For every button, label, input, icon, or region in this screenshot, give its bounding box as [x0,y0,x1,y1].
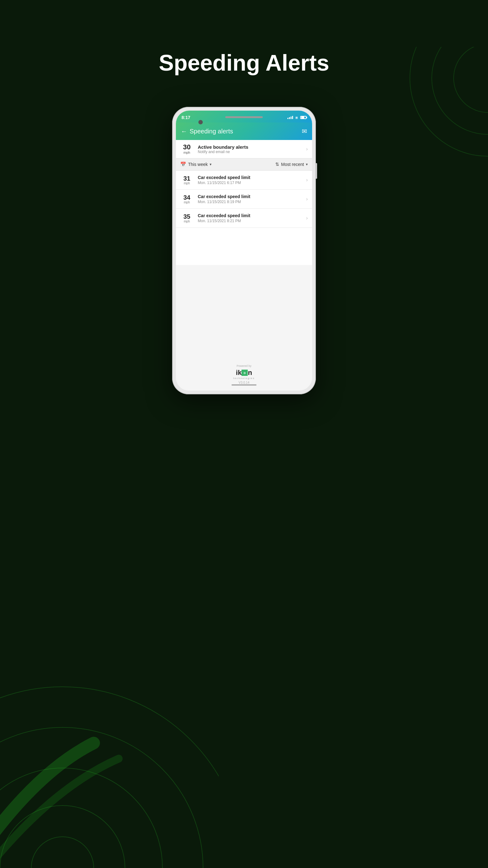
phone-speaker [225,116,263,118]
app-footer: Powered by ik o n technologies V3.0.14 [176,359,312,391]
sort-icon: ⇅ [275,161,279,167]
brand-sub-text: technologies [233,377,255,380]
phone-bottom-bar [232,384,256,385]
alert-title-1: Car exceeded speed limit [198,175,306,180]
sort-filter-chevron-icon: ▾ [306,162,308,166]
alert-info-2: Car exceeded speed limit Mon. 11/15/2021… [198,194,306,204]
background-decoration-top-right [394,47,488,172]
alert-speed-2: 34 mph [180,194,193,204]
date-filter-chevron-icon: ▾ [210,162,212,166]
app-header: ← Speeding alerts ✉ [176,122,312,140]
alert-item-1[interactable]: 31 mph Car exceeded speed limit Mon. 11/… [176,170,312,190]
sort-filter-label: Most recent [281,162,304,167]
calendar-icon: 📅 [180,161,186,167]
header-left: ← Speeding alerts [181,128,233,135]
speed-number: 30 [183,144,190,151]
alert-speed-num-3: 35 [183,213,190,220]
alert-speed-unit-1: mph [184,182,190,185]
alert-date-1: Mon. 11/15/2021 6:17 PM [198,181,306,185]
alert-info-3: Car exceeded speed limit Mon. 11/15/2021… [198,213,306,223]
alert-date-3: Mon. 11/15/2021 8:21 PM [198,219,306,223]
brand-text-n: n [248,369,252,377]
alert-speed-3: 35 mph [180,213,193,223]
alert-chevron-3: › [306,215,308,221]
sort-filter[interactable]: ⇅ Most recent ▾ [275,161,308,167]
signal-icon [287,116,293,119]
alert-speed-num-2: 34 [183,194,190,200]
svg-point-0 [0,687,219,868]
chevron-right-icon: › [306,146,308,152]
alert-speed-unit-2: mph [184,200,190,204]
date-filter-label: This week [188,162,208,167]
phone-outer-shell: 8:17 ⋇ ← Spe [172,107,316,394]
empty-content-area [176,265,312,359]
alerts-list: 31 mph Car exceeded speed limit Mon. 11/… [176,170,312,265]
svg-point-5 [410,47,488,156]
mail-icon[interactable]: ✉ [302,127,307,135]
alert-title-2: Car exceeded speed limit [198,194,306,199]
signal-bar-1 [287,118,288,119]
ikon-logo: ik o n technologies [233,369,255,380]
alert-info-1: Car exceeded speed limit Mon. 11/15/2021… [198,175,306,185]
boundary-subtitle: Notify and email ne [198,150,306,154]
page-title: Speeding Alerts [159,50,329,75]
status-time: 8:17 [182,115,190,120]
phone-screen: 8:17 ⋇ ← Spe [176,111,312,391]
phone-side-button [316,163,317,179]
battery-fill [301,117,304,118]
alert-title-3: Car exceeded speed limit [198,213,306,218]
date-filter[interactable]: 📅 This week ▾ [180,161,212,167]
alert-chevron-1: › [306,177,308,183]
speed-unit: mph [183,151,190,154]
alert-item-2[interactable]: 34 mph Car exceeded speed limit Mon. 11/… [176,190,312,209]
version-text: V3.0.14 [239,381,249,384]
svg-point-7 [454,47,488,113]
alert-item-3[interactable]: 35 mph Car exceeded speed limit Mon. 11/… [176,209,312,228]
phone-camera [199,120,203,124]
alert-speed-1: 31 mph [180,175,193,185]
app-header-title: Speeding alerts [190,128,233,135]
filter-bar: 📅 This week ▾ ⇅ Most recent ▾ [176,158,312,170]
alert-speed-unit-3: mph [184,220,190,223]
svg-text:o: o [244,371,246,375]
signal-bar-2 [289,117,290,119]
brand-circle-icon: o [242,370,248,376]
battery-icon [300,116,306,119]
back-button[interactable]: ← [181,128,187,135]
boundary-title: Active boundary alerts [198,144,306,150]
signal-bar-4 [292,116,293,119]
svg-point-4 [31,837,94,868]
brand-text-ik: ik [236,369,242,377]
alert-chevron-2: › [306,196,308,202]
signal-bar-3 [291,117,292,119]
alert-date-2: Mon. 11/15/2021 8:19 PM [198,200,306,204]
phone-mockup: 8:17 ⋇ ← Spe [172,107,316,394]
svg-point-6 [432,47,488,134]
alert-speed-num-1: 31 [183,175,190,182]
boundary-info: Active boundary alerts Notify and email … [198,144,306,154]
boundary-alerts-row[interactable]: 30 mph Active boundary alerts Notify and… [176,140,312,158]
speed-badge: 30 mph [180,144,193,154]
powered-by-text: Powered by [237,364,251,367]
background-decoration-bottom [0,649,219,868]
wifi-icon: ⋇ [295,115,298,120]
status-icons: ⋇ [287,115,306,120]
